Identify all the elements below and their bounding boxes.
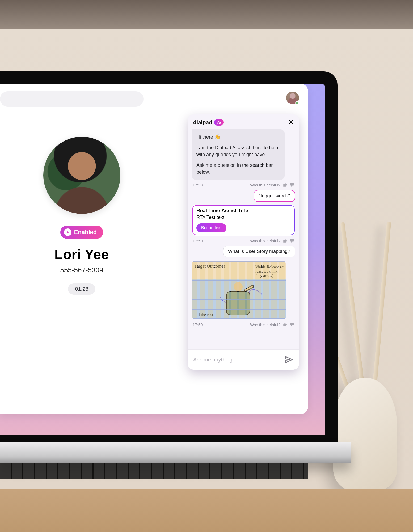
contact-name: Lori Yee (54, 246, 109, 262)
thumbs-up-icon[interactable] (283, 322, 287, 327)
contact-card: Enabled Lori Yee 555-567-5309 01:28 (0, 137, 163, 295)
thumbs-up-icon[interactable] (283, 238, 287, 243)
thumbs-up-icon[interactable] (283, 182, 287, 187)
presence-indicator (295, 101, 299, 105)
timestamp: 17:59 (193, 183, 203, 187)
annotation: …ll the rest (193, 313, 213, 317)
helpful-label: Was this helpful? (250, 322, 280, 327)
search-input[interactable] (0, 91, 144, 107)
pill-label: Enabled (74, 229, 97, 236)
topbar (0, 84, 308, 114)
timestamp: 17:59 (193, 239, 203, 243)
user-question-bubble: What is User Story mapping? (223, 246, 295, 257)
screen: Enabled Lori Yee 555-567-5309 01:28 dial… (0, 84, 325, 435)
call-timer: 01:28 (68, 283, 95, 295)
timestamp: 17:59 (193, 322, 203, 327)
rta-card: Real Time Assist Title RTA Test text But… (192, 205, 295, 236)
helpful-label: Was this helpful? (250, 183, 280, 187)
assistant-message: Hi there 👋 I am the Dialpad Ai assist, h… (192, 129, 285, 180)
brand-word: dialpad (193, 119, 212, 126)
laptop-frame: Enabled Lori Yee 555-567-5309 01:28 dial… (0, 71, 338, 447)
assist-brand: dialpad Ai (193, 119, 224, 126)
thumbs-down-icon[interactable] (289, 238, 294, 243)
laptop-base (0, 442, 351, 463)
rta-button[interactable]: Button text (196, 223, 226, 232)
thumbs-down-icon[interactable] (289, 322, 294, 327)
intro-text: I am the Dialpad Ai assist, here to help… (196, 144, 280, 158)
greeting-text: Hi there 👋 (196, 134, 280, 140)
app-window: Enabled Lori Yee 555-567-5309 01:28 dial… (0, 84, 308, 414)
prompt-text: Ask me a question in the search bar belo… (196, 162, 280, 176)
close-icon[interactable]: ✕ (288, 119, 294, 126)
assist-input-row (188, 349, 299, 370)
story-mapping-image: Target Outcomes Viable Release (at least… (192, 261, 286, 319)
contact-avatar (43, 137, 120, 214)
ai-enabled-pill[interactable]: Enabled (60, 226, 103, 239)
ai-icon (64, 228, 71, 236)
ai-assist-panel: dialpad Ai ✕ Hi there 👋 I am the Dialpad… (188, 114, 299, 370)
helpful-label: Was this helpful? (250, 239, 280, 243)
laptop-keyboard (0, 463, 308, 479)
assist-input[interactable] (193, 357, 280, 363)
rta-title: Real Time Assist Title (196, 208, 290, 214)
contact-phone: 555-567-5309 (60, 266, 103, 274)
user-trigger-bubble: "trigger words" (254, 190, 295, 202)
thumbs-down-icon[interactable] (289, 182, 294, 187)
rta-text: RTA Test text (196, 215, 290, 220)
brand-ai-badge: Ai (214, 119, 224, 126)
send-icon[interactable] (284, 355, 294, 364)
annotation: Target Outcomes (194, 264, 225, 269)
annotation: Viable Release (at least we think they a… (255, 265, 285, 278)
